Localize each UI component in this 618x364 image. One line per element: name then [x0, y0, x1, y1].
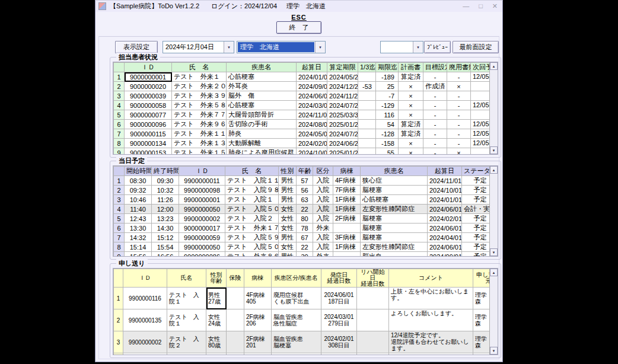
cell-age[interactable]: 30	[297, 252, 313, 257]
cell-name[interactable]: テスト 外来１３４	[172, 139, 227, 148]
cell-status[interactable]: 予定	[462, 252, 490, 257]
cell-start-date[interactable]: 2024/11/01	[297, 110, 327, 120]
cell-onset-date-days[interactable]: 2024/06/01 187日目	[321, 288, 357, 309]
cell-days-to-limit[interactable]: -189	[376, 72, 399, 82]
cell-next-appointment[interactable]: 12/05(木)	[471, 72, 490, 82]
cell-disease-category-name[interactable]: 脳血管疾患 急性脳症	[272, 309, 321, 331]
cell-end-time[interactable]: 09:30	[152, 176, 179, 186]
cell-disease[interactable]: 脳梗塞	[361, 233, 428, 242]
table-row[interactable]: 49000000058テスト 外来５８心筋梗塞2024/03/012024/07…	[114, 101, 490, 110]
cell-start-time[interactable]: 15:56	[125, 252, 152, 257]
scroll-down-button[interactable]: ▼	[490, 347, 498, 355]
cell-ward[interactable]: 2F病棟 206	[244, 309, 272, 331]
cell-name[interactable]: テスト 外来５８	[172, 101, 227, 110]
table-row[interactable]: 915:5616:569000000086テスト 外来８６男性30外来脳出血20…	[114, 252, 490, 257]
cell-name[interactable]: テスト 外来９６	[172, 120, 227, 129]
cell-plan-doc[interactable]: ×	[399, 148, 423, 155]
table-row[interactable]: 39000000039テスト 外来３９脳外 傷2024/06/012024/11…	[114, 91, 490, 101]
cell-name[interactable]: テスト 外来１	[172, 72, 227, 82]
cell-name[interactable]: テスト 入院１	[167, 288, 206, 309]
scrollbar-track[interactable]	[490, 70, 498, 146]
cell-id[interactable]: 9900000011	[179, 176, 225, 186]
cell-days-to-limit[interactable]: 25	[376, 82, 399, 91]
cell-status[interactable]: 会計・実施済	[462, 205, 490, 214]
cell-disease-category-name[interactable]: 脳血管疾患 脳梗塞	[272, 331, 321, 353]
cell-end-time[interactable]: 14:30	[152, 223, 179, 233]
cell-start-time[interactable]: 15:14	[125, 242, 152, 252]
cell-disuse-doc[interactable]: -	[447, 91, 471, 101]
cell-disease[interactable]: 舌切除の手術	[227, 120, 297, 129]
cell-comment[interactable]: 上肢・左を中心にお願いします。	[389, 288, 473, 309]
cell-next-appointment[interactable]	[471, 110, 490, 120]
cell-disease[interactable]: 脳梗塞	[361, 223, 428, 233]
cell-sex[interactable]: 男性	[279, 186, 297, 195]
cell-start-date[interactable]: 2024/02/01	[297, 139, 327, 148]
cell-status[interactable]: 予定	[462, 233, 490, 242]
table-row[interactable]: 209:3210:329900000098テスト 入院９８男性56入院7F病棟脳…	[114, 186, 490, 195]
cell-one-third-limit[interactable]	[358, 110, 376, 120]
cell-name[interactable]: テスト 外来１１５	[172, 129, 227, 139]
cell-ward[interactable]: 4F病棟 405	[244, 288, 272, 309]
table-row[interactable]: 310:4611:269900000001テスト 入院１男性63入院1F病棟心筋…	[114, 195, 490, 205]
table-row[interactable]: 108:3009:309900000011テスト 入院１１男性57入院4F病棟狭…	[114, 176, 490, 186]
cell-id[interactable]: 9000000115	[125, 129, 172, 139]
date-select[interactable]: 2024年12月04日 ▼	[163, 41, 234, 53]
cell-plan-doc[interactable]: 算定済	[399, 120, 423, 129]
cell-end-time[interactable]: 12:00	[152, 205, 179, 214]
cell-next-appointment[interactable]	[471, 91, 490, 101]
cell-id[interactable]: 9000000039	[125, 91, 172, 101]
cell-name[interactable]: テスト 入院１	[167, 309, 206, 331]
cell-disuse-doc[interactable]: -	[447, 129, 471, 139]
cell-disease[interactable]: 心筋梗塞	[227, 72, 297, 82]
cell-next-appointment[interactable]: 12/05(木)	[471, 129, 490, 139]
vertical-scrollbar[interactable]: ▲ ▼	[489, 166, 498, 256]
cell-disuse-doc[interactable]: -	[447, 120, 471, 129]
cell-one-third-limit[interactable]	[358, 91, 376, 101]
cell-id[interactable]: 9000000017	[179, 223, 225, 233]
cell-end-time[interactable]: 13:23	[152, 214, 179, 223]
cell-name[interactable]: テスト 外来８６	[225, 252, 279, 257]
cell-start-time[interactable]: 13:30	[125, 223, 152, 233]
cell-calc-deadline[interactable]: 2024/12/29	[327, 82, 358, 91]
scroll-up-button[interactable]: ▲	[490, 166, 498, 174]
minimize-icon[interactable]: —	[463, 3, 469, 9]
cell-id[interactable]: 9000000001	[125, 72, 172, 82]
cell-disease[interactable]: 脳出血	[361, 252, 428, 257]
table-row[interactable]: 714:3215:129900000059テスト 入院５９男性67入院3F病棟脳…	[114, 233, 490, 242]
cell-id[interactable]: 9900000059	[179, 233, 225, 242]
cell-goal-setting[interactable]: -	[423, 101, 447, 110]
cell-insurance[interactable]	[227, 288, 244, 309]
table-row[interactable]: 19000000001テスト 外来１心筋梗塞2024/01/012024/05/…	[114, 72, 490, 82]
cell-start-time[interactable]: 14:32	[125, 233, 152, 242]
cell-next-appointment[interactable]	[471, 148, 490, 155]
cell-disease[interactable]: 外耳炎	[227, 82, 297, 91]
cell-age[interactable]: 63	[297, 195, 313, 205]
cell-one-third-limit[interactable]	[358, 139, 376, 148]
cell-age[interactable]: 22	[297, 242, 313, 252]
cell-status[interactable]: 予定	[462, 242, 490, 252]
cell-name[interactable]: テスト 外来３９	[172, 91, 227, 101]
cell-id[interactable]: 9900000116	[123, 288, 167, 309]
scroll-down-button[interactable]: ▼	[490, 146, 498, 154]
cell-id[interactable]: 9900000002	[179, 214, 225, 223]
table-row[interactable]: 69000000096テスト 外来９６舌切除の手術2024/08/012025/…	[114, 120, 490, 129]
cell-start-date[interactable]: 2024/11/01	[428, 176, 462, 186]
cell-one-third-limit[interactable]	[358, 148, 376, 155]
cell-goal-setting[interactable]: -	[423, 139, 447, 148]
cell-days-to-limit[interactable]: -129	[376, 101, 399, 110]
cell-sex[interactable]: 男性	[279, 252, 297, 257]
cell-id[interactable]: 9000000086	[179, 252, 225, 257]
cell-category[interactable]: 入院	[313, 233, 333, 242]
cell-category[interactable]: 入院	[313, 205, 333, 214]
cell-next-appointment[interactable]	[471, 82, 490, 91]
cell-sex-age[interactable]: 女性 24歳	[206, 309, 227, 331]
cell-age[interactable]: 67	[297, 233, 313, 242]
table-row[interactable]: 19900000116テスト 入院１男性 27歳4F病棟 405廃用症候群 くも…	[114, 288, 490, 309]
cell-plan-doc[interactable]: 算定済	[399, 129, 423, 139]
cell-id[interactable]: 9000000077	[125, 110, 172, 120]
cell-id[interactable]: 9000000134	[125, 139, 172, 148]
cell-category[interactable]: 入院	[313, 242, 333, 252]
table-row[interactable]: 29000000020テスト 外来２０外耳炎2024/09/012024/12/…	[114, 82, 490, 91]
cell-disuse-doc[interactable]: ×	[447, 148, 471, 155]
filter-select[interactable]: ▼	[380, 41, 423, 53]
